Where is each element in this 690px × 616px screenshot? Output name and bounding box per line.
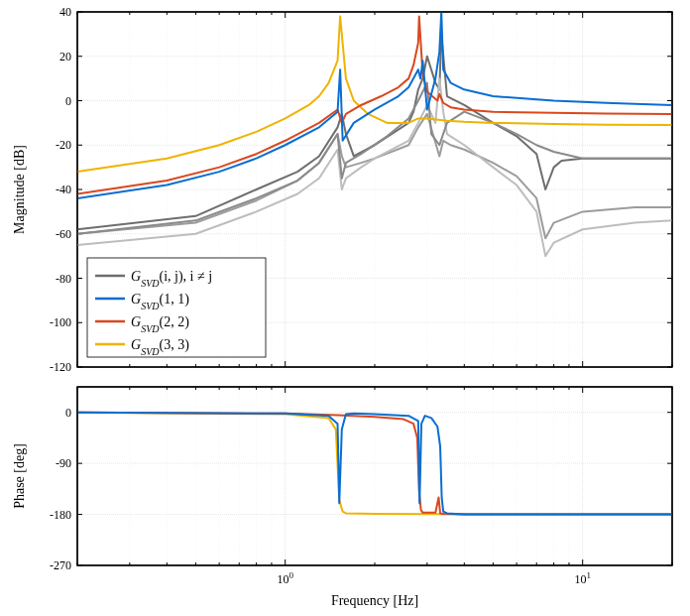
y-tick-label: -40 — [56, 183, 71, 196]
bode-plot-figure: -120-100-80-60-40-2002040Magnitude [dB]G… — [0, 0, 690, 616]
phase-ylabel: Phase [deg] — [12, 443, 27, 509]
y-tick-label: -90 — [56, 456, 71, 470]
x-tick-label: 100 — [277, 570, 293, 586]
y-tick-label: -270 — [50, 558, 71, 572]
y-tick-label: -20 — [56, 138, 71, 152]
y-tick-label: -60 — [56, 227, 71, 241]
frequency-xlabel: Frequency [Hz] — [331, 593, 418, 608]
y-tick-label: 40 — [59, 5, 71, 19]
y-tick-label: -180 — [50, 508, 71, 522]
y-tick-label: -100 — [50, 315, 71, 329]
y-tick-label: -120 — [50, 360, 71, 374]
y-tick-label: -80 — [56, 272, 71, 286]
y-tick-label: 0 — [65, 94, 71, 108]
x-tick-label: 101 — [574, 570, 591, 586]
y-tick-label: 20 — [59, 50, 71, 63]
magnitude-ylabel: Magnitude [dB] — [12, 145, 27, 234]
y-tick-label: 0 — [65, 406, 71, 420]
